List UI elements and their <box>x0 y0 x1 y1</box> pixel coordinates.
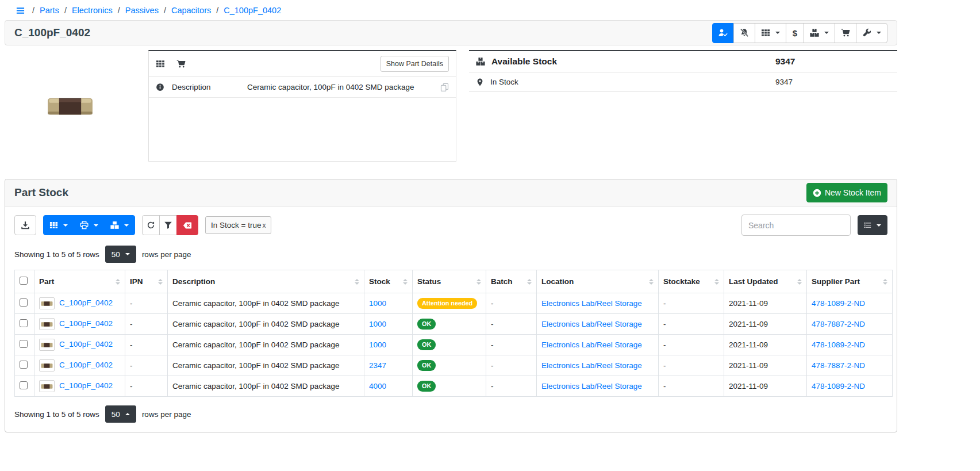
description-label: Description <box>172 83 240 91</box>
column-header-location[interactable]: Location <box>537 270 659 293</box>
available-stock-value: 9347 <box>775 56 890 67</box>
row-checkbox[interactable] <box>20 361 28 369</box>
part-link[interactable]: C_100pF_0402 <box>59 361 113 369</box>
supplier-part-link[interactable]: 478-1089-2-ND <box>812 382 865 390</box>
row-checkbox[interactable] <box>20 319 28 327</box>
barcode-actions-button[interactable] <box>755 23 786 43</box>
breadcrumb-link-electronics[interactable]: Electronics <box>72 6 113 15</box>
supplier-part-link[interactable]: 478-1089-2-ND <box>812 299 865 308</box>
in-stock-row: In Stock 9347 <box>469 72 897 92</box>
description-cell: Ceramic capacitor, 100pF in 0402 SMD pac… <box>168 293 364 314</box>
column-header-stock[interactable]: Stock <box>364 270 413 293</box>
stock-actions-button[interactable] <box>804 23 835 43</box>
part-edit-actions-button[interactable] <box>856 23 887 43</box>
location-link[interactable]: Electronics Lab/Reel Storage <box>541 299 642 308</box>
part-image[interactable] <box>47 90 94 123</box>
breadcrumb-link-parts[interactable]: Parts <box>40 6 59 15</box>
stock-link[interactable]: 1000 <box>369 340 386 349</box>
grid-icon <box>761 28 770 37</box>
row-checkbox[interactable] <box>20 381 28 389</box>
last-updated-cell: 2021-11-09 <box>724 293 807 314</box>
batch-cell: - <box>486 314 537 335</box>
column-header-stocktake[interactable]: Stocktake <box>659 270 724 293</box>
details-grid-icon[interactable] <box>156 59 165 68</box>
show-part-details-button[interactable]: Show Part Details <box>381 56 449 72</box>
breadcrumb-link-capacitors[interactable]: Capacitors <box>171 6 211 15</box>
print-actions-button[interactable] <box>74 215 105 235</box>
column-header-status[interactable]: Status <box>413 270 486 293</box>
caret-up-icon <box>125 413 130 415</box>
select-all-checkbox[interactable] <box>20 277 28 285</box>
column-header-last-updated[interactable]: Last Updated <box>724 270 807 293</box>
column-header-ipn[interactable]: IPN <box>125 270 168 293</box>
table-row[interactable]: C_100pF_0402 - Ceramic capacitor, 100pF … <box>15 335 893 355</box>
part-link[interactable]: C_100pF_0402 <box>59 340 113 349</box>
column-header-batch[interactable]: Batch <box>486 270 537 293</box>
page-size-dropdown[interactable]: 50 <box>105 405 136 423</box>
part-link[interactable]: C_100pF_0402 <box>59 381 113 390</box>
location-link[interactable]: Electronics Lab/Reel Storage <box>541 382 642 390</box>
description-cell: Ceramic capacitor, 100pF in 0402 SMD pac… <box>168 355 364 376</box>
search-input[interactable] <box>741 215 851 236</box>
row-checkbox[interactable] <box>20 298 28 307</box>
table-row[interactable]: C_100pF_0402 - Ceramic capacitor, 100pF … <box>15 314 893 335</box>
table-row[interactable]: C_100pF_0402 - Ceramic capacitor, 100pF … <box>15 293 893 314</box>
reload-table-button[interactable] <box>142 215 160 235</box>
column-label: Batch <box>491 277 513 286</box>
sort-icon <box>116 279 120 285</box>
page-size-dropdown[interactable]: 50 <box>105 246 136 263</box>
column-header-part[interactable]: Part <box>34 270 125 293</box>
breadcrumb-link-current-part[interactable]: C_100pF_0402 <box>224 6 281 15</box>
part-thumbnail <box>39 380 55 392</box>
row-checkbox[interactable] <box>20 340 28 348</box>
stock-cell: 4000 <box>364 376 413 397</box>
order-part-button[interactable] <box>835 23 856 43</box>
table-row[interactable]: C_100pF_0402 - Ceramic capacitor, 100pF … <box>15 355 893 376</box>
part-link[interactable]: C_100pF_0402 <box>59 319 113 328</box>
location-link[interactable]: Electronics Lab/Reel Storage <box>541 361 642 370</box>
column-toggle-button[interactable] <box>858 215 887 235</box>
part-link[interactable]: C_100pF_0402 <box>59 298 113 307</box>
breadcrumb-link-passives[interactable]: Passives <box>125 6 159 15</box>
column-label: Status <box>417 277 441 286</box>
stock-options-button[interactable] <box>43 215 74 235</box>
copy-icon[interactable] <box>440 83 449 91</box>
supplier-part-link[interactable]: 478-1089-2-ND <box>812 340 865 349</box>
stock-link[interactable]: 4000 <box>369 382 386 390</box>
stock-table: Part IPN Description Stock Status Batch … <box>14 270 893 397</box>
filter-clear-icon <box>183 221 192 230</box>
stock-table-toolbar: In Stock = true x <box>14 215 887 236</box>
new-stock-item-button[interactable]: New Stock Item <box>806 183 887 202</box>
last-updated-cell: 2021-11-09 <box>724 355 807 376</box>
location-link[interactable]: Electronics Lab/Reel Storage <box>541 340 642 349</box>
pricing-button[interactable] <box>786 23 804 43</box>
menu-icon[interactable] <box>15 6 26 15</box>
column-header-supplier-part[interactable]: Supplier Part <box>807 270 893 293</box>
column-label: Description <box>172 277 215 286</box>
stock-link[interactable]: 1000 <box>369 299 386 308</box>
remove-filter-button[interactable]: x <box>262 221 266 229</box>
part-cell: C_100pF_0402 <box>34 293 125 314</box>
export-download-button[interactable] <box>14 215 36 235</box>
stock-transfer-button[interactable] <box>104 215 135 235</box>
notification-mute-button[interactable] <box>733 23 755 43</box>
location-link[interactable]: Electronics Lab/Reel Storage <box>541 320 642 328</box>
table-row[interactable]: C_100pF_0402 - Ceramic capacitor, 100pF … <box>15 376 893 397</box>
batch-cell: - <box>486 376 537 397</box>
supplier-part-link[interactable]: 478-7887-2-ND <box>812 361 865 370</box>
sort-icon <box>883 279 887 285</box>
add-filter-button[interactable] <box>159 215 177 235</box>
stock-link[interactable]: 2347 <box>369 361 386 370</box>
location-cell: Electronics Lab/Reel Storage <box>537 376 659 397</box>
column-header-description[interactable]: Description <box>168 270 364 293</box>
location-cell: Electronics Lab/Reel Storage <box>537 355 659 376</box>
stock-link[interactable]: 1000 <box>369 320 386 328</box>
supplier-part-link[interactable]: 478-7887-2-ND <box>812 320 865 328</box>
subscribe-button[interactable] <box>712 23 734 43</box>
clear-filters-button[interactable] <box>176 215 198 235</box>
purchase-cart-icon[interactable] <box>176 59 186 68</box>
caret-down-icon <box>824 32 829 34</box>
status-cell: OK <box>413 314 486 335</box>
available-stock-row: Available Stock 9347 <box>469 51 897 72</box>
supplier-part-cell: 478-1089-2-ND <box>807 293 893 314</box>
